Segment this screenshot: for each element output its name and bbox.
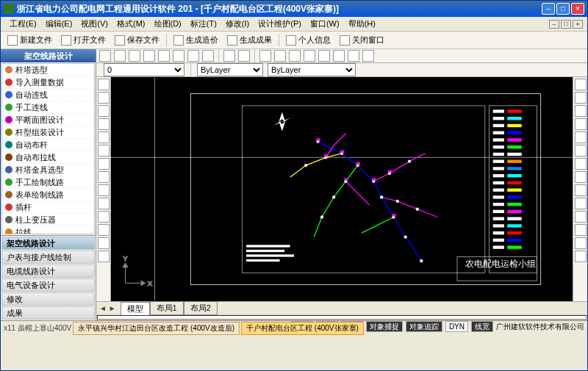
point-tool-icon[interactable] (98, 171, 110, 183)
explode-tool-icon[interactable] (575, 251, 587, 262)
sidebar-cat-4[interactable]: 修改 (1, 292, 95, 306)
zoom-prev-icon[interactable] (158, 50, 170, 62)
close-window-button[interactable]: 关闭窗口 (336, 33, 388, 48)
sidebar-cat-5[interactable]: 成果 (1, 306, 95, 320)
copy-tool-icon[interactable] (575, 92, 587, 104)
tab-layout1[interactable]: 布局1 (150, 301, 184, 315)
new-file-button[interactable]: 新建文件 (4, 33, 56, 48)
sidebar-item-3[interactable]: 手工连线 (2, 101, 94, 114)
zoom-window-icon[interactable] (143, 50, 155, 62)
text-tool-icon[interactable] (98, 198, 110, 209)
personal-info-button[interactable]: 个人信息 (282, 33, 334, 48)
zoom-out-icon[interactable] (129, 50, 140, 62)
array-tool-icon[interactable] (575, 224, 587, 236)
bylayer-color-select[interactable]: ByLayer (197, 63, 263, 76)
sidebar-item-5[interactable]: 杆型组装设计 (2, 126, 94, 139)
maximize-button[interactable]: □ (556, 3, 570, 15)
sidebar-item-0[interactable]: 杆塔选型 (2, 64, 94, 76)
erase-tool-icon[interactable] (575, 237, 587, 249)
rect-tool-icon[interactable] (98, 105, 110, 117)
ellipse-tool-icon[interactable] (98, 158, 110, 170)
menu-project[interactable]: 工程(E) (5, 17, 41, 31)
rotate-tool-icon[interactable] (575, 105, 587, 117)
layer-select[interactable]: 0 (104, 63, 184, 76)
menu-design[interactable]: 设计维护(P) (254, 17, 306, 31)
sidebar-cat-2[interactable]: 电缆线路设计 (1, 264, 95, 278)
menu-help[interactable]: 帮助(H) (344, 17, 380, 31)
sidebar-item-11[interactable]: 插杆 (2, 201, 94, 214)
mdi-restore-button[interactable]: □ (561, 20, 571, 29)
otrack-toggle[interactable]: 对象追踪 (406, 321, 442, 332)
move-tool-icon[interactable] (575, 79, 587, 90)
zoom-in-icon[interactable] (114, 50, 126, 62)
sidebar-item-8[interactable]: 杆塔金具选型 (2, 164, 94, 176)
sidebar-cat-1[interactable]: 户表与接户线绘制 (1, 251, 95, 264)
extend-tool-icon[interactable] (575, 158, 587, 170)
tool16-icon[interactable] (333, 50, 345, 62)
menu-modify[interactable]: 修改(I) (221, 17, 254, 31)
print-icon[interactable] (289, 50, 301, 62)
pan-icon[interactable] (173, 50, 184, 62)
drawing-canvas[interactable]: 农电配电运检小组 XY (111, 77, 573, 301)
layer-icon[interactable] (259, 50, 271, 62)
sidebar-item-7[interactable]: 自动布拉线 (2, 151, 94, 164)
menu-annotate[interactable]: 标注(T) (186, 17, 221, 31)
menu-edit[interactable]: 编辑(E) (41, 17, 77, 31)
doctab-nav[interactable]: x11 虽帽上寨山400V (4, 323, 71, 334)
menu-format[interactable]: 格式(M) (112, 17, 150, 31)
sidebar-item-1[interactable]: 导入测量数据 (2, 76, 94, 89)
pline-tool-icon[interactable] (98, 92, 110, 104)
close-button[interactable]: × (571, 3, 584, 15)
mirror-tool-icon[interactable] (575, 118, 587, 130)
circle-tool-icon[interactable] (98, 132, 110, 143)
sidebar-item-6[interactable]: 自动布杆 (2, 139, 94, 151)
dim-tool-icon[interactable] (98, 237, 110, 249)
insert-tool-icon[interactable] (98, 224, 110, 236)
sidebar-item-13[interactable]: 拉线 (2, 226, 94, 234)
menu-draw[interactable]: 绘图(D) (150, 17, 186, 31)
redo-icon[interactable] (238, 50, 250, 62)
chamfer-tool-icon[interactable] (575, 184, 587, 196)
tool18-icon[interactable] (362, 50, 374, 62)
doctab-2[interactable]: 千户村配电台区工程 (400V张家寨) (241, 322, 364, 335)
sidebar-item-9[interactable]: 手工绘制线路 (2, 176, 94, 189)
scale-tool-icon[interactable] (575, 198, 587, 209)
gen-cost-button[interactable]: 生成造价 (170, 33, 222, 48)
minimize-button[interactable]: – (542, 3, 555, 15)
block-tool-icon[interactable] (98, 211, 110, 223)
settings-icon[interactable] (304, 50, 315, 62)
help-icon[interactable] (318, 50, 330, 62)
spline-tool-icon[interactable] (98, 145, 110, 156)
offset-tool-icon[interactable] (575, 132, 587, 143)
dyn-toggle[interactable]: DYN (445, 321, 468, 332)
sidebar-cat-3[interactable]: 电气设备设计 (1, 278, 95, 292)
sidebar-list[interactable]: 杆塔选型导入测量数据自动连线手工连线平断面图设计杆型组装设计自动布杆自动布拉线杆… (1, 63, 95, 234)
trim-tool-icon[interactable] (575, 145, 587, 156)
doctab-1[interactable]: 永平镇兴华村江边田台区改造工程 (400V改造后) (73, 322, 240, 335)
undo-icon[interactable] (223, 50, 235, 62)
stretch-tool-icon[interactable] (575, 211, 587, 223)
command-window[interactable]: 命令: P 按 Esc 或 Enter 键退出，或单击右键显示快捷菜单 命令: (97, 315, 587, 320)
table-tool-icon[interactable] (98, 251, 110, 262)
arc-tool-icon[interactable] (98, 118, 110, 130)
mdi-close-button[interactable]: × (573, 20, 583, 29)
zoom-extents-icon[interactable] (99, 50, 111, 62)
osnap-toggle[interactable]: 对象捕捉 (366, 321, 403, 332)
sidebar-item-2[interactable]: 自动连线 (2, 89, 94, 101)
lwt-toggle[interactable]: 线宽 (471, 321, 493, 332)
sidebar-item-10[interactable]: 表单绘制线路 (2, 189, 94, 201)
fillet-tool-icon[interactable] (575, 171, 587, 183)
tool7-icon[interactable] (187, 50, 199, 62)
open-file-button[interactable]: 打开文件 (57, 33, 110, 48)
tool8-icon[interactable] (202, 50, 214, 62)
line-tool-icon[interactable] (98, 79, 110, 90)
measure-icon[interactable] (274, 50, 286, 62)
gen-result-button[interactable]: 生成成果 (223, 33, 276, 48)
menu-window[interactable]: 窗口(W) (306, 17, 344, 31)
save-file-button[interactable]: 保存文件 (111, 33, 163, 48)
sidebar-item-4[interactable]: 平断面图设计 (2, 114, 94, 126)
linetype-select[interactable]: ByLayer (268, 63, 356, 76)
tool17-icon[interactable] (348, 50, 359, 62)
sidebar-cat-0[interactable]: 架空线路设计 (1, 237, 95, 250)
menu-view[interactable]: 视图(V) (76, 17, 112, 31)
